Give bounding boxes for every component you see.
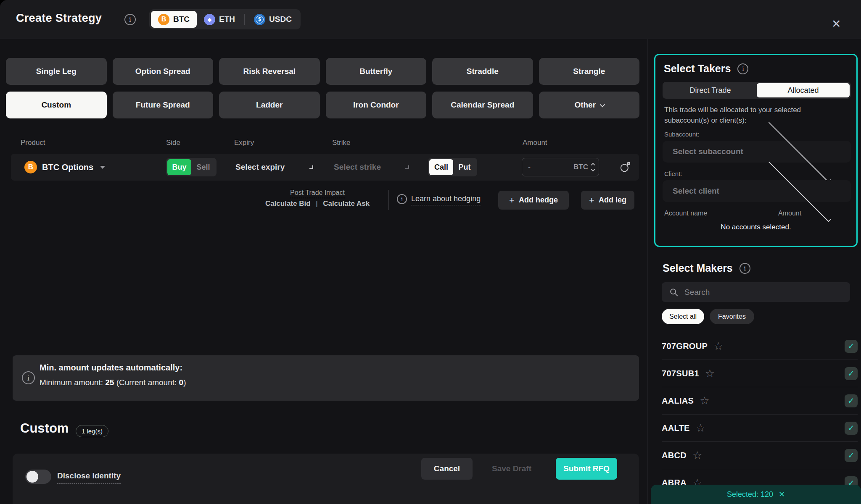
calculate-ask-link[interactable]: Calculate Ask [323,200,370,207]
current-amount-value: 0 [179,378,184,387]
legs-count-badge: 1 leg(s) [76,425,108,437]
timer-icon[interactable] [619,162,631,173]
column-product: Product [21,139,45,147]
leg-row: B BTC Options Buy Sell Select expiry Sel… [11,154,639,181]
sell-button[interactable]: Sell [191,159,215,175]
tab-direct-trade[interactable]: Direct Trade [664,83,757,97]
chevron-down-icon[interactable] [309,165,313,169]
column-amount: Amount [523,139,547,147]
strategy-risk-reversal[interactable]: Risk Reversal [219,58,320,85]
info-icon[interactable]: i [740,263,750,274]
strategy-straddle[interactable]: Straddle [432,58,533,85]
calc-divider: | [312,200,321,207]
maker-name: AALTE [662,423,690,433]
call-button[interactable]: Call [429,159,453,175]
checkbox-checked[interactable]: ✓ [845,340,858,353]
calculate-bid-link[interactable]: Calculate Bid [265,200,311,207]
maker-row[interactable]: 707SUB1 ☆ ✓ [662,360,858,387]
learn-about-hedging-link[interactable]: Learn about hedging [411,194,481,205]
plus-icon: + [509,196,515,205]
tab-btc[interactable]: B BTC [151,11,197,28]
strategy-strangle[interactable]: Strangle [539,58,640,85]
tab-eth[interactable]: ◆ ETH [197,11,242,28]
strategy-ladder[interactable]: Ladder [219,92,320,118]
checkbox-checked[interactable]: ✓ [845,394,858,407]
save-draft-button[interactable]: Save Draft [480,458,543,480]
maker-row[interactable]: AALTE ☆ ✓ [662,415,858,442]
checkbox-checked[interactable]: ✓ [845,422,858,435]
star-icon[interactable]: ☆ [696,423,705,433]
strategy-iron-condor[interactable]: Iron Condor [326,92,427,118]
buy-button[interactable]: Buy [167,159,191,175]
amount-stepper[interactable] [592,163,594,171]
chevron-down-icon[interactable] [405,165,409,169]
add-leg-button[interactable]: + Add leg [581,191,634,210]
create-strategy-screen: Create Strategy i B BTC ◆ ETH $ USDC ✕ S… [0,0,861,504]
checkmark-icon: ✓ [848,450,855,460]
favorites-button[interactable]: Favorites [710,309,754,324]
amount-input[interactable] [528,163,573,172]
close-icon[interactable]: ✕ [832,18,841,30]
maker-name: ABCD [662,451,687,460]
star-icon[interactable]: ☆ [700,395,709,406]
star-icon[interactable]: ☆ [692,450,702,461]
tab-separator [244,14,245,25]
create-strategy-modal: Create Strategy i B BTC ◆ ETH $ USDC ✕ S… [0,0,861,504]
checkbox-checked[interactable]: ✓ [845,367,858,380]
tab-allocated[interactable]: Allocated [757,83,850,97]
strategy-future-spread[interactable]: Future Spread [113,92,214,118]
post-trade-impact-block: Post Trade Impact Calculate Bid | Calcul… [252,189,383,208]
page-title: Create Strategy [16,12,102,25]
strike-select[interactable]: Select strike [334,163,381,172]
disclose-identity-toggle[interactable] [25,470,51,484]
maker-name: 707GROUP [662,341,708,351]
client-label: Client: [664,170,682,177]
sidebar-divider [647,39,648,504]
info-icon[interactable]: i [124,14,136,25]
makers-title: Select Makers [663,262,733,274]
client-select[interactable]: Select client [663,180,851,202]
post-trade-impact-link[interactable]: Post Trade Impact [290,189,345,198]
modal-header: Create Strategy i B BTC ◆ ETH $ USDC ✕ [0,0,861,39]
put-button[interactable]: Put [453,159,476,175]
product-select[interactable]: B BTC Options [24,161,105,173]
cancel-button[interactable]: Cancel [421,458,473,480]
summary-title: Custom [20,421,69,436]
maker-row[interactable]: 707GROUP ☆ ✓ [662,333,858,360]
subaccount-label: Subaccount: [664,131,699,138]
amount-unit: BTC [573,163,588,171]
maker-row[interactable]: AALIAS ☆ ✓ [662,387,858,415]
strategy-single-leg[interactable]: Single Leg [6,58,107,85]
disclose-identity-label: Disclose Identity [57,471,121,484]
search-input[interactable] [684,288,843,297]
subaccount-select[interactable]: Select subaccount [663,141,851,163]
column-expiry: Expiry [234,139,254,147]
select-all-button[interactable]: Select all [662,309,704,324]
info-icon: i [22,371,35,384]
expiry-select[interactable]: Select expiry [235,163,285,172]
strategy-custom[interactable]: Custom [6,92,107,118]
takers-title: Select Takers [664,63,731,75]
takers-tab-group: Direct Trade Allocated [663,82,851,99]
maker-name: 707SUB1 [662,369,699,378]
star-icon[interactable]: ☆ [705,368,715,379]
maker-row[interactable]: ABCD ☆ ✓ [662,442,858,469]
makers-heading: Select Makers i [663,262,750,274]
close-icon[interactable]: ✕ [779,490,785,499]
strategy-calendar-spread[interactable]: Calendar Spread [432,92,533,118]
checkbox-checked[interactable]: ✓ [845,449,858,462]
info-icon[interactable]: i [397,194,407,204]
strategy-butterfly[interactable]: Butterfly [326,58,427,85]
star-icon[interactable]: ☆ [713,341,723,352]
select-takers-panel: Select Takers i Direct Trade Allocated T… [654,54,858,247]
info-icon[interactable]: i [737,63,748,74]
bitcoin-icon: B [24,161,37,173]
add-hedge-button[interactable]: + Add hedge [498,191,569,210]
submit-rfq-button[interactable]: Submit RFQ [556,458,617,480]
strategy-other[interactable]: Other [539,92,640,118]
notice-title: Min. amount updates automatically: [40,363,182,373]
strategy-option-spread[interactable]: Option Spread [113,58,214,85]
column-strike: Strike [332,139,350,147]
tab-usdc[interactable]: $ USDC [247,11,299,28]
usdc-icon: $ [254,14,265,25]
